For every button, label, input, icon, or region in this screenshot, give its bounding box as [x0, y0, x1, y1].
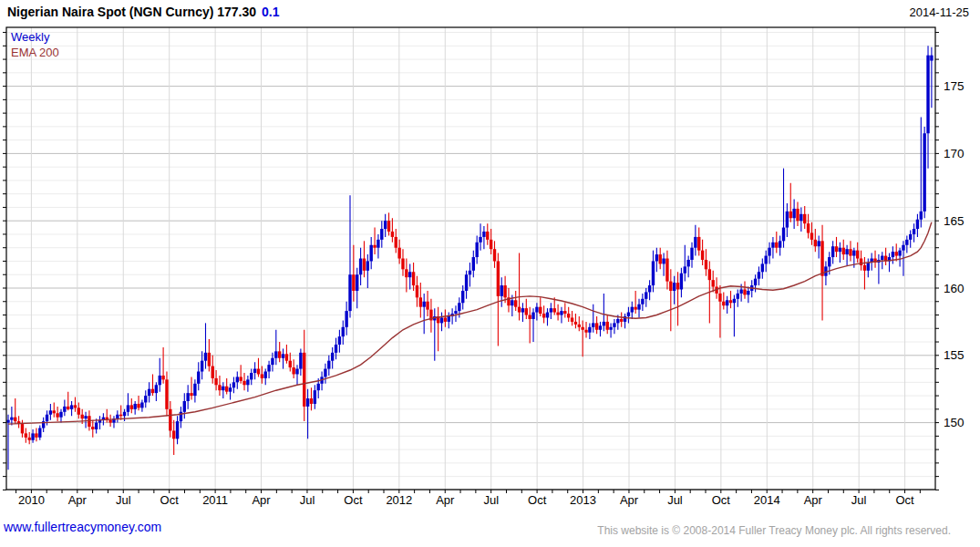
- candle-body: [211, 366, 214, 378]
- candle-down: [705, 249, 707, 276]
- candle-up: [59, 409, 62, 423]
- candle-body: [250, 373, 253, 379]
- candle-up: [500, 277, 503, 306]
- candle-down: [211, 356, 214, 384]
- candle-body: [867, 263, 870, 271]
- candle-body: [669, 282, 672, 291]
- candle-body: [528, 315, 531, 319]
- candle-down: [395, 229, 397, 253]
- candle-up: [603, 294, 605, 331]
- candle-body: [898, 251, 901, 256]
- candle-body: [161, 376, 164, 379]
- candle-body: [335, 345, 337, 353]
- candle-body: [49, 410, 52, 414]
- candle-body: [835, 246, 838, 252]
- candle-body: [176, 421, 179, 439]
- candle-up: [246, 376, 249, 392]
- candle-up: [482, 226, 485, 249]
- candle-body: [373, 245, 376, 248]
- candle-down: [563, 303, 566, 317]
- candle-down: [803, 206, 806, 229]
- candle-body: [6, 420, 9, 423]
- candle-body: [758, 272, 760, 278]
- candle-body: [384, 221, 387, 229]
- candle-up: [754, 274, 757, 292]
- candle-body: [705, 260, 707, 269]
- candle-body: [852, 251, 855, 256]
- candle-up: [686, 256, 689, 278]
- website-link[interactable]: www.fullertreacymoney.com: [4, 520, 161, 534]
- candle-up: [613, 319, 615, 334]
- candle-body: [369, 245, 372, 262]
- candle-down: [873, 251, 876, 268]
- candle-down: [743, 282, 746, 299]
- candle-body: [493, 249, 496, 261]
- x-axis-label: Oct: [712, 493, 731, 507]
- y-axis-label: 175: [944, 79, 965, 93]
- candle-body: [511, 300, 513, 305]
- candle-body: [546, 313, 549, 318]
- candle-up: [84, 412, 87, 428]
- candle-body: [839, 248, 841, 252]
- candle-up: [183, 393, 186, 418]
- candle-up: [70, 401, 73, 416]
- candle-body: [257, 369, 260, 375]
- candle-body: [881, 256, 883, 260]
- candle-body: [578, 325, 581, 327]
- candle-down: [863, 257, 866, 289]
- candle-down: [539, 297, 542, 316]
- candle-up: [331, 347, 334, 369]
- candle-down: [567, 307, 570, 322]
- candle-body: [10, 418, 13, 420]
- candle-down: [285, 345, 288, 364]
- candle-body: [680, 274, 683, 290]
- candle-up: [560, 307, 562, 324]
- candle-body: [25, 433, 27, 437]
- candle-down: [842, 240, 845, 260]
- candle-up: [366, 254, 369, 288]
- candle-up: [652, 251, 655, 293]
- candle-down: [722, 292, 725, 309]
- candle-body: [712, 280, 715, 286]
- candle-body: [317, 384, 320, 390]
- candle-body: [584, 330, 587, 333]
- candle-down: [208, 339, 211, 371]
- candle-body: [253, 369, 256, 373]
- candle-body: [448, 316, 450, 322]
- candle-down: [242, 373, 245, 390]
- candle-up: [342, 320, 345, 345]
- candle-up: [609, 323, 612, 337]
- candle-body: [264, 372, 267, 378]
- candle-body: [574, 322, 577, 325]
- candle-up: [905, 235, 908, 253]
- candle-down: [860, 251, 862, 271]
- candle-body: [232, 382, 235, 387]
- candle-up: [779, 235, 781, 255]
- candle-body: [518, 307, 521, 313]
- candle-down: [373, 228, 376, 255]
- candle-body: [59, 412, 62, 418]
- candle-down: [715, 277, 717, 299]
- candle-body: [768, 248, 770, 256]
- candle-body: [563, 311, 566, 314]
- candle-body: [645, 292, 647, 298]
- candle-body: [74, 405, 77, 408]
- candle-down: [218, 376, 221, 396]
- candle-up: [831, 241, 834, 263]
- candle-body: [35, 433, 37, 437]
- candle-up: [531, 308, 534, 342]
- candle-down: [106, 409, 108, 423]
- candle-body: [571, 317, 573, 321]
- candle-up: [662, 253, 665, 276]
- candle-up: [193, 379, 196, 402]
- candle-body: [560, 311, 562, 315]
- candle-body: [274, 351, 277, 357]
- candle-down: [27, 432, 30, 444]
- candle-up: [631, 302, 634, 319]
- candle-body: [363, 259, 366, 271]
- candle-body: [747, 291, 749, 294]
- candle-body: [395, 237, 397, 248]
- candle-body: [169, 409, 171, 431]
- candle-down: [595, 316, 598, 334]
- candle-body: [920, 212, 923, 220]
